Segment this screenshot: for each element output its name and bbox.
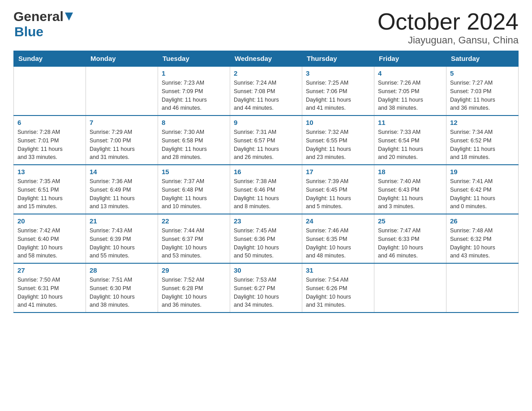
calendar-cell: 3Sunrise: 7:25 AMSunset: 7:06 PMDaylight… xyxy=(302,66,374,116)
day-info: Sunrise: 7:37 AMSunset: 6:48 PMDaylight:… xyxy=(162,177,226,211)
calendar-cell: 18Sunrise: 7:40 AMSunset: 6:43 PMDayligh… xyxy=(374,165,446,214)
calendar-cell: 4Sunrise: 7:26 AMSunset: 7:05 PMDaylight… xyxy=(374,66,446,116)
calendar-header-sunday: Sunday xyxy=(14,51,86,67)
calendar-cell: 30Sunrise: 7:53 AMSunset: 6:27 PMDayligh… xyxy=(230,263,302,313)
calendar-cell: 12Sunrise: 7:34 AMSunset: 6:52 PMDayligh… xyxy=(446,116,519,165)
calendar-cell: 20Sunrise: 7:42 AMSunset: 6:40 PMDayligh… xyxy=(14,214,86,263)
day-number: 3 xyxy=(306,69,370,77)
day-number: 30 xyxy=(234,266,298,274)
calendar-header-wednesday: Wednesday xyxy=(230,51,302,67)
calendar-cell: 27Sunrise: 7:50 AMSunset: 6:31 PMDayligh… xyxy=(14,263,86,313)
day-info: Sunrise: 7:24 AMSunset: 7:08 PMDaylight:… xyxy=(234,79,298,112)
title-block: October 2024 Jiayuguan, Gansu, China xyxy=(378,9,519,46)
calendar-cell: 10Sunrise: 7:32 AMSunset: 6:55 PMDayligh… xyxy=(302,116,374,165)
day-info: Sunrise: 7:31 AMSunset: 6:57 PMDaylight:… xyxy=(234,128,298,162)
day-info: Sunrise: 7:23 AMSunset: 7:09 PMDaylight:… xyxy=(162,79,226,112)
calendar-cell: 31Sunrise: 7:54 AMSunset: 6:26 PMDayligh… xyxy=(302,263,374,313)
day-number: 9 xyxy=(234,119,298,126)
day-info: Sunrise: 7:43 AMSunset: 6:39 PMDaylight:… xyxy=(90,227,154,260)
calendar-cell: 8Sunrise: 7:30 AMSunset: 6:58 PMDaylight… xyxy=(158,116,230,165)
page-header: General Blue October 2024 Jiayuguan, Gan… xyxy=(13,9,519,46)
day-info: Sunrise: 7:39 AMSunset: 6:45 PMDaylight:… xyxy=(306,177,370,211)
calendar-cell: 7Sunrise: 7:29 AMSunset: 7:00 PMDaylight… xyxy=(86,116,158,165)
logo: General Blue xyxy=(13,9,73,39)
day-info: Sunrise: 7:28 AMSunset: 7:01 PMDaylight:… xyxy=(17,128,82,162)
calendar-cell: 26Sunrise: 7:48 AMSunset: 6:32 PMDayligh… xyxy=(446,214,519,263)
calendar-week-row-1: 1Sunrise: 7:23 AMSunset: 7:09 PMDaylight… xyxy=(14,66,519,116)
calendar-cell: 6Sunrise: 7:28 AMSunset: 7:01 PMDaylight… xyxy=(14,116,86,165)
day-info: Sunrise: 7:36 AMSunset: 6:49 PMDaylight:… xyxy=(90,177,154,211)
day-number: 27 xyxy=(17,266,82,274)
svg-marker-0 xyxy=(65,13,73,21)
calendar-cell xyxy=(14,66,86,116)
day-info: Sunrise: 7:32 AMSunset: 6:55 PMDaylight:… xyxy=(306,128,370,162)
location-title: Jiayuguan, Gansu, China xyxy=(378,34,519,46)
calendar-header-tuesday: Tuesday xyxy=(158,51,230,67)
day-number: 28 xyxy=(90,266,154,274)
day-number: 12 xyxy=(450,119,515,126)
day-info: Sunrise: 7:34 AMSunset: 6:52 PMDaylight:… xyxy=(450,128,515,162)
day-number: 20 xyxy=(17,217,82,225)
day-info: Sunrise: 7:48 AMSunset: 6:32 PMDaylight:… xyxy=(450,227,515,260)
calendar-header-friday: Friday xyxy=(374,51,446,67)
day-number: 26 xyxy=(450,217,515,225)
calendar-cell: 22Sunrise: 7:44 AMSunset: 6:37 PMDayligh… xyxy=(158,214,230,263)
calendar-cell: 29Sunrise: 7:52 AMSunset: 6:28 PMDayligh… xyxy=(158,263,230,313)
day-number: 23 xyxy=(234,217,298,225)
day-number: 1 xyxy=(162,69,226,77)
calendar-cell: 11Sunrise: 7:33 AMSunset: 6:54 PMDayligh… xyxy=(374,116,446,165)
calendar-cell xyxy=(86,66,158,116)
day-number: 6 xyxy=(17,119,82,126)
day-number: 17 xyxy=(306,168,370,176)
day-info: Sunrise: 7:35 AMSunset: 6:51 PMDaylight:… xyxy=(17,177,82,211)
calendar-cell: 15Sunrise: 7:37 AMSunset: 6:48 PMDayligh… xyxy=(158,165,230,214)
day-number: 11 xyxy=(378,119,442,126)
calendar-cell: 19Sunrise: 7:41 AMSunset: 6:42 PMDayligh… xyxy=(446,165,519,214)
calendar-table: SundayMondayTuesdayWednesdayThursdayFrid… xyxy=(13,51,519,313)
calendar-week-row-5: 27Sunrise: 7:50 AMSunset: 6:31 PMDayligh… xyxy=(14,263,519,313)
day-info: Sunrise: 7:51 AMSunset: 6:30 PMDaylight:… xyxy=(90,276,154,309)
day-info: Sunrise: 7:47 AMSunset: 6:33 PMDaylight:… xyxy=(378,227,442,260)
calendar-cell: 5Sunrise: 7:27 AMSunset: 7:03 PMDaylight… xyxy=(446,66,519,116)
calendar-cell: 24Sunrise: 7:46 AMSunset: 6:35 PMDayligh… xyxy=(302,214,374,263)
calendar-week-row-2: 6Sunrise: 7:28 AMSunset: 7:01 PMDaylight… xyxy=(14,116,519,165)
calendar-header-monday: Monday xyxy=(86,51,158,67)
day-number: 10 xyxy=(306,119,370,126)
calendar-cell: 25Sunrise: 7:47 AMSunset: 6:33 PMDayligh… xyxy=(374,214,446,263)
calendar-cell: 17Sunrise: 7:39 AMSunset: 6:45 PMDayligh… xyxy=(302,165,374,214)
calendar-header-thursday: Thursday xyxy=(302,51,374,67)
calendar-cell: 13Sunrise: 7:35 AMSunset: 6:51 PMDayligh… xyxy=(14,165,86,214)
day-number: 13 xyxy=(17,168,82,176)
day-info: Sunrise: 7:27 AMSunset: 7:03 PMDaylight:… xyxy=(450,79,515,112)
day-number: 16 xyxy=(234,168,298,176)
day-number: 4 xyxy=(378,69,442,77)
calendar-cell: 2Sunrise: 7:24 AMSunset: 7:08 PMDaylight… xyxy=(230,66,302,116)
day-number: 14 xyxy=(90,168,154,176)
day-number: 22 xyxy=(162,217,226,225)
day-number: 19 xyxy=(450,168,515,176)
calendar-cell: 14Sunrise: 7:36 AMSunset: 6:49 PMDayligh… xyxy=(86,165,158,214)
day-number: 18 xyxy=(378,168,442,176)
day-info: Sunrise: 7:53 AMSunset: 6:27 PMDaylight:… xyxy=(234,276,298,309)
day-number: 24 xyxy=(306,217,370,225)
calendar-week-row-3: 13Sunrise: 7:35 AMSunset: 6:51 PMDayligh… xyxy=(14,165,519,214)
calendar-cell: 28Sunrise: 7:51 AMSunset: 6:30 PMDayligh… xyxy=(86,263,158,313)
day-info: Sunrise: 7:30 AMSunset: 6:58 PMDaylight:… xyxy=(162,128,226,162)
day-number: 21 xyxy=(90,217,154,225)
calendar-cell: 9Sunrise: 7:31 AMSunset: 6:57 PMDaylight… xyxy=(230,116,302,165)
calendar-cell: 1Sunrise: 7:23 AMSunset: 7:09 PMDaylight… xyxy=(158,66,230,116)
logo-general-text: General xyxy=(13,9,64,24)
logo-arrow-icon xyxy=(65,13,73,21)
day-info: Sunrise: 7:46 AMSunset: 6:35 PMDaylight:… xyxy=(306,227,370,260)
calendar-cell: 23Sunrise: 7:45 AMSunset: 6:36 PMDayligh… xyxy=(230,214,302,263)
day-number: 25 xyxy=(378,217,442,225)
day-info: Sunrise: 7:50 AMSunset: 6:31 PMDaylight:… xyxy=(17,276,82,309)
day-info: Sunrise: 7:33 AMSunset: 6:54 PMDaylight:… xyxy=(378,128,442,162)
day-info: Sunrise: 7:42 AMSunset: 6:40 PMDaylight:… xyxy=(17,227,82,260)
day-number: 2 xyxy=(234,69,298,77)
day-number: 15 xyxy=(162,168,226,176)
day-info: Sunrise: 7:26 AMSunset: 7:05 PMDaylight:… xyxy=(378,79,442,112)
day-number: 5 xyxy=(450,69,515,77)
day-info: Sunrise: 7:40 AMSunset: 6:43 PMDaylight:… xyxy=(378,177,442,211)
day-number: 8 xyxy=(162,119,226,126)
